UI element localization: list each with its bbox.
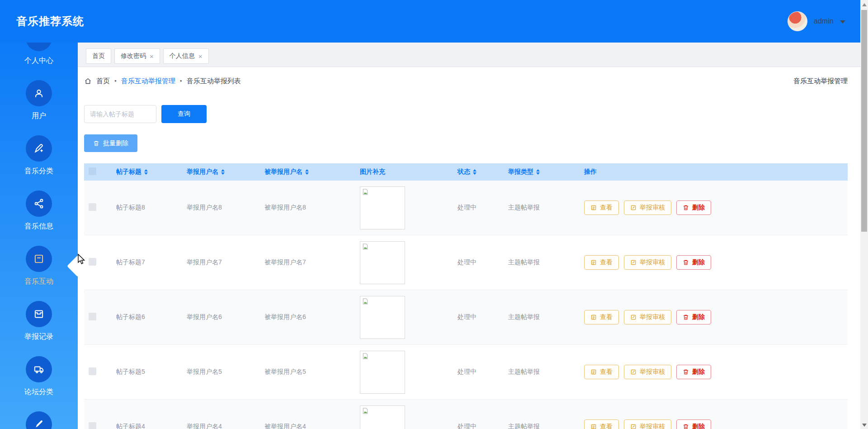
column-header-actions: 操作	[584, 168, 848, 176]
cell-type: 主题帖举报	[508, 313, 584, 321]
close-icon[interactable]	[150, 53, 154, 60]
table-row: 帖子标题5 举报用户名5 被举报用户名5 处理中 主题帖举报 查看 举报审核 删…	[84, 345, 848, 400]
delete-button[interactable]: 删除	[676, 365, 711, 379]
chevron-down-icon[interactable]	[840, 20, 845, 24]
review-button[interactable]: 举报审核	[624, 419, 671, 429]
sort-icon[interactable]	[305, 169, 309, 175]
view-icon	[590, 259, 597, 266]
sidebar-item-users[interactable]: 用户	[0, 80, 78, 121]
query-button[interactable]: 查询	[161, 105, 207, 123]
scroll-down-icon[interactable]	[862, 424, 867, 427]
truck-icon	[26, 356, 52, 382]
column-header-reporter[interactable]: 举报用户名	[187, 168, 264, 176]
trash-icon	[683, 369, 689, 375]
batch-delete-label: 批量删除	[103, 139, 128, 148]
sidebar-item-bottom-partial[interactable]	[0, 411, 78, 429]
view-button[interactable]: 查看	[584, 365, 619, 379]
breadcrumb-level3: 音乐互动举报列表	[187, 77, 241, 86]
cell-reporter: 举报用户名7	[187, 258, 264, 267]
sort-icon[interactable]	[473, 169, 476, 175]
view-button[interactable]: 查看	[584, 200, 619, 215]
edit-icon	[630, 314, 637, 320]
row-checkbox[interactable]	[89, 422, 96, 429]
breadcrumb-home[interactable]: 首页	[96, 77, 110, 86]
column-header-post-title[interactable]: 帖子标题	[116, 168, 187, 176]
search-input[interactable]	[84, 105, 156, 123]
tab-personal-info[interactable]: 个人信息	[163, 48, 209, 64]
share-icon	[26, 191, 52, 217]
batch-delete-button[interactable]: 批量删除	[84, 134, 137, 152]
delete-button[interactable]: 删除	[676, 310, 711, 324]
sort-icon[interactable]	[221, 169, 225, 175]
cell-reported: 被举报用户名4	[264, 423, 360, 429]
tab-home[interactable]: 首页	[86, 48, 111, 64]
breadcrumb-level2[interactable]: 音乐互动举报管理	[121, 77, 175, 86]
home-icon	[84, 77, 92, 85]
app-window: 音乐推荐系统 admin 个人中心 用户 音乐分类	[0, 0, 868, 429]
page-title: 音乐互动举报管理	[793, 77, 848, 86]
cell-post-title: 帖子标题8	[116, 204, 187, 212]
sort-icon[interactable]	[144, 169, 148, 175]
cell-post-title: 帖子标题5	[116, 368, 187, 376]
sidebar-item-music-category[interactable]: 音乐分类	[0, 135, 78, 176]
close-icon[interactable]	[198, 53, 203, 60]
vertical-scrollbar[interactable]	[860, 0, 868, 429]
image-placeholder	[360, 296, 405, 339]
pencil-icon	[26, 411, 52, 429]
scrollbar-thumb[interactable]	[861, 10, 867, 232]
cell-type: 主题帖举报	[508, 258, 584, 267]
tab-label: 首页	[92, 52, 105, 60]
view-icon	[590, 314, 597, 320]
breadcrumb-bar: 首页 音乐互动举报管理 音乐互动举报列表 音乐互动举报管理	[78, 67, 860, 95]
cell-status: 处理中	[458, 423, 508, 429]
user-menu[interactable]: admin	[788, 0, 845, 43]
edit-plus-icon	[26, 135, 52, 162]
delete-button[interactable]: 删除	[676, 200, 711, 215]
cell-status: 处理中	[458, 204, 508, 212]
view-button[interactable]: 查看	[584, 255, 619, 270]
sidebar-item-personal-center[interactable]: 个人中心	[0, 43, 78, 66]
sidebar-item-music-interaction[interactable]: 音乐互动	[0, 246, 78, 286]
delete-button[interactable]: 删除	[676, 255, 711, 270]
row-checkbox[interactable]	[89, 203, 96, 211]
sidebar-item-forum-category[interactable]: 论坛分类	[0, 356, 78, 397]
row-checkbox[interactable]	[89, 367, 96, 375]
user-center-icon	[26, 43, 52, 51]
view-button[interactable]: 查看	[584, 310, 619, 324]
review-button[interactable]: 举报审核	[624, 200, 671, 215]
review-button[interactable]: 举报审核	[624, 255, 671, 270]
row-checkbox[interactable]	[89, 313, 96, 320]
table-body: 帖子标题8 举报用户名8 被举报用户名8 处理中 主题帖举报 查看 举报审核 删…	[84, 181, 848, 429]
tab-label: 个人信息	[170, 52, 195, 60]
tab-label: 修改密码	[121, 52, 146, 60]
column-header-image: 图片补充	[360, 168, 458, 176]
user-avatar[interactable]	[788, 11, 807, 31]
cell-type: 主题帖举报	[508, 423, 584, 429]
sidebar-item-music-info[interactable]: 音乐信息	[0, 191, 78, 231]
sidebar-item-label: 论坛分类	[24, 387, 53, 397]
cell-status: 处理中	[458, 313, 508, 321]
delete-button[interactable]: 删除	[676, 419, 711, 429]
review-button[interactable]: 举报审核	[624, 310, 671, 324]
column-header-type[interactable]: 举报类型	[508, 168, 584, 176]
scroll-up-icon[interactable]	[862, 3, 867, 6]
sort-icon[interactable]	[536, 169, 540, 175]
sidebar-item-label: 音乐信息	[24, 222, 53, 231]
trash-icon	[683, 259, 689, 266]
view-button[interactable]: 查看	[584, 419, 619, 429]
cell-reporter: 举报用户名6	[187, 313, 264, 321]
cell-reporter: 举报用户名8	[187, 204, 264, 212]
column-header-status[interactable]: 状态	[458, 168, 508, 176]
top-header: 音乐推荐系统 admin	[0, 0, 860, 43]
row-checkbox[interactable]	[89, 258, 96, 266]
cell-type: 主题帖举报	[508, 204, 584, 212]
trash-icon	[683, 424, 689, 429]
column-header-reported[interactable]: 被举报用户名	[264, 168, 360, 176]
cell-post-title: 帖子标题6	[116, 313, 187, 321]
select-all-checkbox[interactable]	[89, 167, 96, 175]
tab-change-password[interactable]: 修改密码	[114, 48, 160, 64]
sidebar-item-report-records[interactable]: 举报记录	[0, 301, 78, 342]
form-icon	[26, 246, 52, 272]
review-button[interactable]: 举报审核	[624, 365, 671, 379]
image-placeholder	[360, 405, 405, 429]
